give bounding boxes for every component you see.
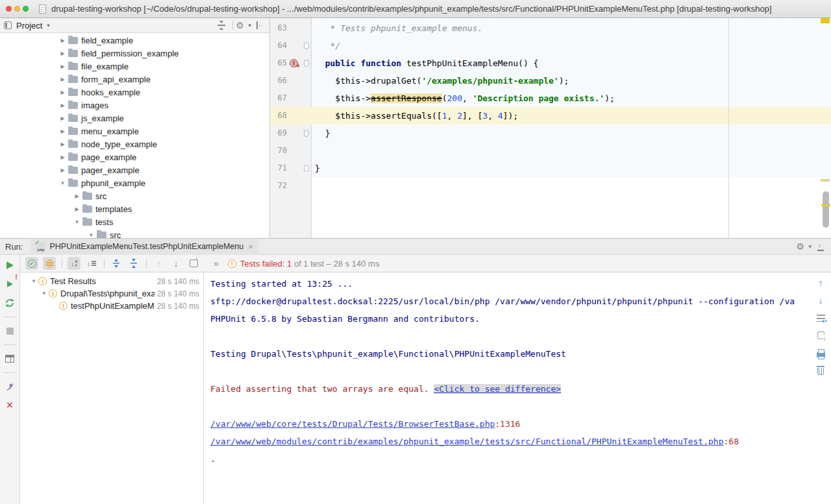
tree-item-field_example[interactable]: ▶field_example [0,34,269,47]
gutter-cell: 70 [270,142,312,160]
tree-item-tests[interactable]: ▼tests [0,215,269,228]
sort-alphabetically-icon[interactable]: ↓az [68,257,81,270]
window-title: drupal-testing-workshop [~/Code/os/drupa… [51,4,772,14]
folder-icon [82,206,92,213]
expand-all-icon[interactable] [110,257,123,270]
tree-item-js_example[interactable]: ▶js_example [0,112,269,125]
chevron-down-icon[interactable]: ▼ [58,180,67,186]
tree-item-file_example[interactable]: ▶file_example [0,60,269,73]
console[interactable]: Testing started at 13:25 ...sftp://docke… [204,272,831,504]
close-tab-icon[interactable]: × [248,242,253,252]
folder-icon [68,167,78,174]
minimize-window-icon[interactable] [14,6,20,12]
soft-wrap-icon[interactable] [814,311,827,324]
chevron-down-icon[interactable]: ▼ [29,278,38,284]
hide-panel-icon[interactable] [255,20,266,30]
previous-failed-test-icon[interactable]: ↑ [152,257,165,270]
status-summary-text: of 1 test – 28 s 140 ms [291,259,379,269]
tree-item-pager_example[interactable]: ▶pager_example [0,163,269,176]
show-ignored-icon[interactable] [43,257,56,270]
tree-item-images[interactable]: ▶images [0,99,269,112]
scroll-to-end-icon[interactable] [814,329,827,342]
run-tab[interactable]: PHPUnitExampleMenuTest.testPhpUnitExampl… [31,239,258,255]
fold-handle-icon[interactable] [304,165,309,172]
rerun-failed-tests-icon[interactable]: ! [3,278,16,291]
collapse-all-icon[interactable] [127,257,140,270]
rerun-icon[interactable] [3,259,16,272]
chevron-right-icon[interactable]: ▶ [58,141,67,147]
next-occurrence-icon[interactable]: ↓ [814,294,827,307]
tree-item-node_type_example[interactable]: ▶node_type_example [0,138,269,150]
chevron-down-icon[interactable]: ▼ [45,23,51,29]
test-failed-icon: ! [38,277,47,285]
chevron-right-icon[interactable]: ▶ [58,77,67,82]
fold-handle-icon[interactable] [304,60,309,67]
chevron-right-icon[interactable]: ▶ [58,128,67,134]
gear-icon[interactable]: ⚙▼ [239,20,249,30]
code-token: } [315,163,320,173]
tree-item-phpunit_example[interactable]: ▼phpunit_example [0,176,269,189]
console-link[interactable]: <Click to see difference> [434,384,561,394]
chevron-right-icon[interactable]: ▶ [58,51,67,56]
show-passed-icon[interactable]: ✓ [25,257,38,270]
chevron-down-icon[interactable]: ▼ [40,291,49,296]
project-panel-title[interactable]: Project [16,21,42,30]
gear-icon[interactable]: ⚙▼ [799,241,810,252]
fold-handle-icon[interactable] [304,42,309,49]
chevron-right-icon[interactable]: ▶ [73,206,81,212]
tree-item-page_example[interactable]: ▶page_example [0,150,269,163]
code-token: $this->assertEquals([ [315,111,442,121]
tree-item-form_api_example[interactable]: ▶form_api_example [0,73,269,86]
chevron-down-icon[interactable]: ▼ [73,219,81,225]
tree-item-src[interactable]: ▼src [0,228,269,238]
run-failed-gutter-icon[interactable]: ! [290,59,298,67]
console-link[interactable]: /var/www/web/core/tests/Drupal/Tests/Bro… [210,419,495,429]
tree-item-field_permission_example[interactable]: ▶field_permission_example [0,47,269,60]
print-icon[interactable] [814,346,827,359]
console-text: PHPUnit 6.5.8 by Sebastian Bergmann and … [210,314,480,324]
code-token: ); [604,93,615,103]
test-tree-row[interactable]: !testPhpUnitExampleMenu28 s 140 ms [20,300,203,312]
chevron-right-icon[interactable]: ▶ [58,90,67,95]
test-tree-row[interactable]: ▼!Drupal\Tests\phpunit_example\Functiona… [20,287,203,300]
scroll-from-source-icon[interactable] [216,20,227,30]
clear-all-icon[interactable] [814,364,827,377]
chevron-right-icon[interactable]: ▶ [73,193,81,199]
next-failed-test-icon[interactable]: ↓ [169,257,182,270]
editor-scrollbar-thumb[interactable] [823,191,829,228]
code-text [312,177,831,195]
close-icon[interactable]: × [3,399,16,412]
chevron-right-icon[interactable]: ▶ [58,115,67,121]
restore-layout-icon[interactable] [3,352,16,365]
stop-icon[interactable] [3,324,16,337]
tree-item-menu_example[interactable]: ▶menu_example [0,125,269,138]
export-test-results-icon[interactable] [187,257,200,270]
hide-panel-icon[interactable] [815,241,826,252]
console-link[interactable]: /var/www/web/modules/contrib/examples/ph… [210,437,724,446]
pin-tab-icon[interactable] [3,380,16,393]
console-text: Testing started at 13:25 ... [210,279,353,289]
tree-item-hooks_example[interactable]: ▶hooks_example [0,86,269,99]
fold-handle-icon[interactable] [304,130,309,137]
code-token: 4 [498,111,503,121]
test-tree-row[interactable]: ▼!Test Results28 s 140 ms [20,275,203,287]
toggle-auto-test-icon[interactable] [3,296,16,309]
line-number: 63 [271,19,287,37]
sort-by-duration-icon[interactable]: ↓ [85,257,98,270]
tree-item-templates[interactable]: ▶templates [0,202,269,215]
chevron-right-icon[interactable]: ▶ [58,38,67,43]
close-window-icon[interactable] [6,6,12,12]
prev-occurrence-icon[interactable]: ↑ [814,276,827,289]
tree-item-label: field_permission_example [81,49,179,58]
chevron-right-icon[interactable]: ▶ [58,64,67,69]
chevron-right-icon[interactable]: ▶ [58,167,67,173]
code-line-68: 68 $this->assertEquals([1, 2], [3, 4]); [270,107,831,125]
chevron-right-icon[interactable]: ▶ [58,154,67,160]
code-editor[interactable]: 63 * Tests phpunit_example menus.64 */65… [270,18,831,238]
chevron-right-icon[interactable]: ▶ [58,102,67,108]
more-actions-icon[interactable]: » [214,258,219,269]
chevron-down-icon[interactable]: ▼ [87,232,95,238]
run-toolbar: ✓ ↓az ↓ ↑ ↓ » ! Tests failed: 1 of 1 tes… [20,255,831,272]
tree-item-src[interactable]: ▶src [0,189,269,202]
zoom-window-icon[interactable] [23,6,29,12]
